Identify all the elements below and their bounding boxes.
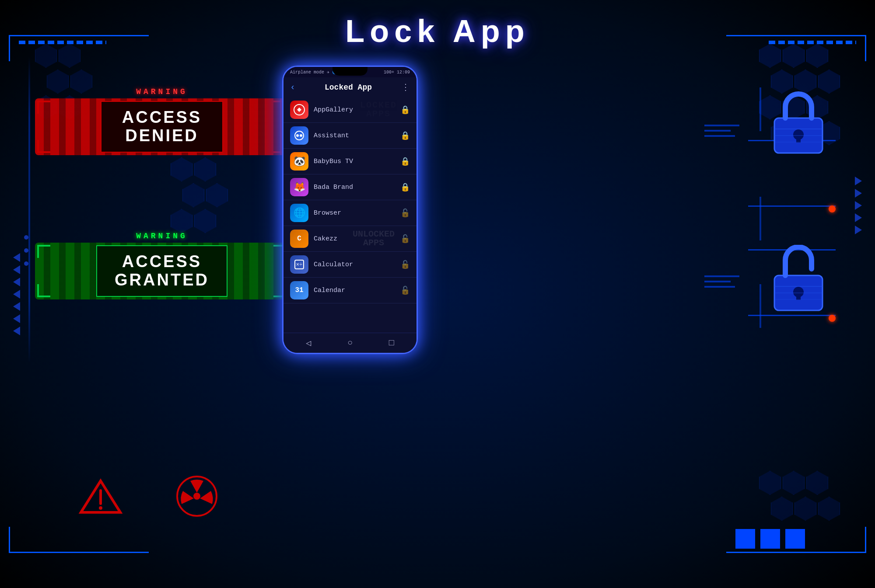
recent-nav-button[interactable]: □ — [389, 338, 394, 348]
warning-label-granted: WARNING — [35, 232, 289, 240]
warning-icons-area — [79, 474, 219, 518]
hud-line-4 — [704, 275, 739, 277]
blue-square-2 — [760, 529, 780, 549]
blue-square-1 — [735, 529, 755, 549]
app-icon-bada: 🦊 — [290, 178, 308, 196]
hex-cell — [194, 209, 216, 233]
bracket-tl-g — [37, 245, 50, 258]
hex-cell — [818, 497, 840, 521]
app-item-appgallery[interactable]: AppGallery LOCKEDAPPS 🔒 — [284, 97, 416, 123]
app-icon-appgallery — [290, 101, 308, 119]
hex-grid-left-center — [171, 157, 228, 235]
phone-screen-title: Locked App — [325, 83, 372, 92]
access-denied-section: WARNING ACCESS DENIED — [35, 87, 289, 155]
back-nav-button[interactable]: ◁ — [306, 337, 311, 348]
svg-point-20 — [300, 134, 302, 137]
lock-icon-calculator: 🔓 — [400, 260, 410, 269]
home-nav-button[interactable]: ○ — [347, 338, 353, 348]
app-item-bada[interactable]: 🦊 Bada Brand 🔒 — [284, 174, 416, 200]
phone-nav-bar: ‹ Locked App ⋮ — [284, 77, 416, 97]
app-item-babybus[interactable]: 🐼 BabyBus TV 🔒 — [284, 149, 416, 174]
svg-point-19 — [296, 134, 299, 137]
right-vbar-2 — [760, 197, 761, 240]
chevron-5 — [13, 302, 20, 311]
lock-icon-assistant: 🔒 — [400, 131, 410, 140]
access-denied-banner: ACCESS DENIED — [35, 98, 289, 155]
chevron-1 — [13, 253, 20, 262]
dot-red-bottom — [829, 315, 836, 322]
locked-padlock-area — [766, 87, 831, 160]
access-granted-text: ACCESS GRANTED — [115, 253, 209, 289]
lock-icon-babybus: 🔒 — [400, 157, 410, 166]
status-right: 100+ 12:09 — [384, 70, 410, 75]
hex-cell — [59, 44, 80, 68]
banner-center-granted: ACCESS GRANTED — [96, 245, 228, 297]
unlocked-watermark: UNLOCKEDAPPS — [353, 230, 395, 247]
chevron-2 — [13, 265, 20, 274]
access-granted-section: WARNING ACCESS GRANTED — [35, 232, 289, 299]
triangle-warning-icon — [79, 477, 122, 515]
bracket-tl — [37, 101, 50, 114]
phone-app-list: AppGallery LOCKEDAPPS 🔒 Assistant 🔒 🐼 Ba… — [284, 97, 416, 333]
hud-line-2 — [704, 130, 731, 132]
unlocked-padlock-area — [766, 245, 831, 317]
phone-bottom-nav: ◁ ○ □ — [284, 333, 416, 353]
hex-grid-bottom-right — [759, 471, 840, 522]
hud-line-6 — [704, 286, 735, 288]
hex-cell — [206, 183, 228, 207]
hud-line-3 — [704, 135, 735, 137]
hex-cell — [783, 471, 805, 495]
lock-icon-browser: 🔓 — [400, 208, 410, 218]
hex-cell — [783, 44, 805, 68]
app-icon-babybus: 🐼 — [290, 152, 308, 170]
unlocked-padlock-icon — [766, 245, 831, 315]
locked-padlock-icon — [766, 87, 831, 157]
lock-icon-calendar: 🔓 — [400, 285, 410, 295]
hex-cell — [194, 157, 216, 181]
access-denied-text: ACCESS DENIED — [119, 108, 205, 145]
app-item-assistant[interactable]: Assistant 🔒 — [284, 123, 416, 149]
chevron-7 — [13, 327, 20, 335]
hex-cell — [759, 471, 781, 495]
dot-3 — [24, 261, 28, 266]
left-vertical-bar — [28, 57, 30, 363]
left-dots — [24, 235, 28, 266]
lock-icon-appgallery: 🔒 — [400, 105, 410, 115]
hud-lines-right — [704, 125, 739, 140]
app-name-calendar: Calendar — [314, 287, 400, 294]
app-item-cakezz[interactable]: C Cakezz UNLOCKEDAPPS 🔓 — [284, 226, 416, 252]
blue-square-3 — [785, 529, 805, 549]
hex-cell — [759, 44, 781, 68]
app-icon-cakezz: C — [290, 230, 308, 248]
chevron-r-2 — [855, 189, 862, 198]
hex-cell — [35, 44, 57, 68]
app-item-browser[interactable]: 🌐 Browser 🔓 — [284, 200, 416, 226]
app-name-browser: Browser — [314, 209, 400, 217]
app-name-calculator: Calculator — [314, 261, 400, 268]
lock-icon-bada: 🔒 — [400, 182, 410, 192]
lock-icon-cakezz: 🔓 — [400, 234, 410, 244]
dot-red-top — [829, 205, 836, 212]
hex-cell — [171, 209, 192, 233]
right-vbar-1 — [760, 87, 761, 131]
airplane-mode-text: Airplane mode ✈ 🔵 — [290, 70, 337, 75]
chevron-r-3 — [855, 201, 862, 210]
camera-notch — [332, 67, 368, 76]
chevron-r-5 — [855, 226, 862, 234]
hud-lines-right-2 — [704, 275, 739, 291]
svg-point-2 — [99, 506, 102, 510]
menu-button[interactable]: ⋮ — [401, 82, 410, 93]
back-button[interactable]: ‹ — [290, 82, 295, 92]
app-item-calculator[interactable]: ×÷ Calculator 🔓 — [284, 252, 416, 278]
phone-mockup: Airplane mode ✈ 🔵 100+ 12:09 ‹ Locked Ap… — [282, 66, 418, 354]
warning-label-denied: WARNING — [35, 87, 289, 96]
hex-cell — [806, 44, 828, 68]
right-hline-2 — [748, 205, 836, 207]
hex-cell — [794, 497, 816, 521]
chevron-6 — [13, 314, 20, 323]
app-item-calendar[interactable]: 31 Calendar 🔓 — [284, 278, 416, 303]
svg-text:×÷: ×÷ — [296, 262, 302, 268]
app-icon-assistant — [290, 126, 308, 145]
app-icon-calculator: ×÷ — [290, 255, 308, 274]
access-granted-banner: ACCESS GRANTED — [35, 243, 289, 299]
